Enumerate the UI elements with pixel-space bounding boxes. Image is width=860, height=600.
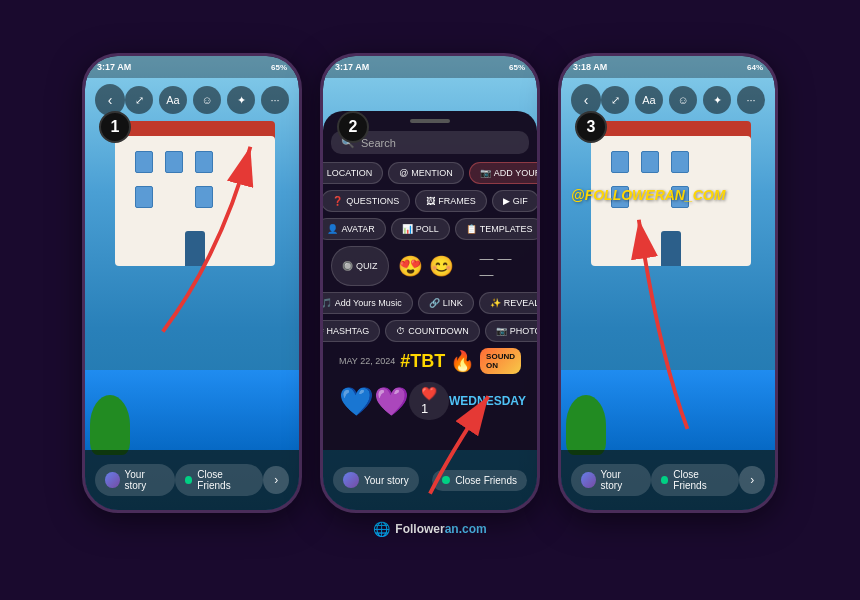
search-placeholder: Search: [361, 137, 396, 149]
mention-sticker[interactable]: @MENTION: [388, 162, 464, 184]
avatar-2: [343, 472, 359, 488]
tbt-sticker[interactable]: #TBT: [400, 351, 445, 372]
building: [95, 116, 289, 316]
text-button[interactable]: Aa: [159, 86, 187, 114]
emoji-row: 😍 😊 — — —: [394, 246, 530, 286]
sticker-grid: 📍LOCATION @MENTION 📷ADD YOURS ❓QUESTIONS…: [331, 162, 529, 342]
step-badge-1: 1: [99, 111, 131, 143]
heart-pink: 💜: [374, 385, 409, 418]
date-row: MAY 22, 2024 #TBT 🔥 SOUNDON: [331, 344, 529, 378]
tray-handle: [410, 119, 450, 123]
templates-sticker[interactable]: 📋TEMPLATES: [455, 218, 537, 240]
more-button-3[interactable]: ···: [737, 86, 765, 114]
status-time-3: 3:18 AM: [573, 62, 607, 72]
avatar-sticker[interactable]: 👤AVATAR: [323, 218, 386, 240]
more-button[interactable]: ···: [261, 86, 289, 114]
phone-bottom-3: Your story Close Friends ›: [561, 450, 775, 510]
status-bar-2: 3:17 AM 65%: [323, 56, 537, 78]
phone-bottom-1: Your story Close Friends ›: [85, 450, 299, 510]
sticker-row-6: #HASHTAG ⏱COUNTDOWN 📷PHOTO: [331, 320, 529, 342]
status-battery-2: 65%: [509, 63, 525, 72]
add-yours-sticker[interactable]: 📷ADD YOURS: [469, 162, 537, 184]
window: [135, 151, 153, 173]
status-battery: 65%: [271, 63, 287, 72]
your-story-button-3[interactable]: Your story: [571, 464, 651, 496]
countdown-sticker[interactable]: ⏱COUNTDOWN: [385, 320, 480, 342]
step-badge-2: 2: [337, 111, 369, 143]
status-bar-3: 3:18 AM 64%: [561, 56, 775, 78]
hot-sticker: 🔥: [450, 349, 475, 373]
sticker-button-3[interactable]: ✦: [703, 86, 731, 114]
status-time-2: 3:17 AM: [335, 62, 369, 72]
sticker-row-1: 📍LOCATION @MENTION 📷ADD YOURS: [331, 162, 529, 184]
phone-bottom-2: Your story Close Friends: [323, 450, 537, 510]
status-time: 3:17 AM: [97, 62, 131, 72]
emoji-button-3[interactable]: ☺: [669, 86, 697, 114]
status-bar: 3:17 AM 65%: [85, 56, 299, 78]
expand-button[interactable]: ⤢: [125, 86, 153, 114]
photo-sticker[interactable]: 📷PHOTO: [485, 320, 537, 342]
emoji-1: 😍: [398, 254, 423, 278]
wednesday-label: WEDNESDAY: [449, 394, 526, 408]
close-friends-button-2[interactable]: Close Friends: [432, 470, 527, 491]
username-text: @FOLLOWERAN_COM: [571, 187, 725, 203]
emoji-2: 😊: [429, 254, 454, 278]
green-dot-2: [442, 476, 450, 484]
gif-sticker[interactable]: ▶GIF: [492, 190, 537, 212]
globe-icon: 🌐: [373, 521, 390, 537]
your-story-button-2[interactable]: Your story: [333, 467, 419, 493]
text-button-3[interactable]: Aa: [635, 86, 663, 114]
greenery: [90, 395, 130, 455]
door: [185, 231, 205, 266]
avatar-3: [581, 472, 596, 488]
next-button[interactable]: ›: [263, 466, 289, 494]
building-3: [571, 116, 765, 316]
step-badge-3: 3: [575, 111, 607, 143]
questions-sticker[interactable]: ❓QUESTIONS: [323, 190, 410, 212]
sound-sticker[interactable]: SOUNDON: [480, 348, 521, 374]
next-button-3[interactable]: ›: [739, 466, 765, 494]
heart-blue: 💙: [339, 385, 374, 418]
window-3a: [611, 151, 629, 173]
window: [165, 151, 183, 173]
link-sticker[interactable]: 🔗LINK: [418, 292, 474, 314]
sticker-row-2: ❓QUESTIONS 🖼FRAMES ▶GIF: [331, 190, 529, 212]
phone-2: 3:17 AM 65% 🔍 Search 📍LOCATION @MENTI: [320, 53, 540, 513]
footer: 🌐 Followeran.com: [373, 521, 486, 537]
username-overlay: @FOLLOWERAN_COM: [571, 186, 765, 204]
expand-button-3[interactable]: ⤢: [601, 86, 629, 114]
close-friends-button-3[interactable]: Close Friends: [651, 464, 739, 496]
green-dot: [185, 476, 192, 484]
greenery-3: [566, 395, 606, 455]
status-battery-3: 64%: [747, 63, 763, 72]
reveal-sticker[interactable]: ✨REVEAL: [479, 292, 537, 314]
add-yours-music-sticker[interactable]: 🎵Add Yours Music: [323, 292, 413, 314]
window: [195, 186, 213, 208]
hashtag-sticker[interactable]: #HASHTAG: [323, 320, 380, 342]
close-friends-button[interactable]: Close Friends: [175, 464, 263, 496]
emoji-button[interactable]: ☺: [193, 86, 221, 114]
date-label: MAY 22, 2024: [339, 356, 395, 366]
like-button[interactable]: ❤️ 1: [409, 382, 449, 420]
green-dot-3: [661, 476, 668, 484]
sticker-button[interactable]: ✦: [227, 86, 255, 114]
phones-container: 3:17 AM 65% ‹ ⤢ Aa ☺ ✦ ···: [82, 53, 778, 513]
building-body: [115, 136, 275, 266]
phone-3: 3:18 AM 64% ‹ ⤢ Aa ☺ ✦ ··· @FOLLOWERAN_C…: [558, 53, 778, 513]
sticker-tray: 🔍 Search 📍LOCATION @MENTION 📷ADD YOURS ❓…: [323, 111, 537, 450]
footer-text: Followeran.com: [395, 522, 486, 536]
sticker-row-3: 👤AVATAR 📊POLL 📋TEMPLATES: [331, 218, 529, 240]
bottom-emoji-row: 💙 💜 ❤️ 1 WEDNESDAY: [331, 378, 529, 424]
phone-1: 3:17 AM 65% ‹ ⤢ Aa ☺ ✦ ···: [82, 53, 302, 513]
sticker-row-5: 🎵Add Yours Music 🔗LINK ✨REVEAL: [331, 292, 529, 314]
avatar: [105, 472, 120, 488]
frames-sticker[interactable]: 🖼FRAMES: [415, 190, 487, 212]
window-3b: [641, 151, 659, 173]
window-3c: [671, 151, 689, 173]
quiz-sticker[interactable]: 🔘QUIZ: [331, 246, 389, 286]
location-sticker[interactable]: 📍LOCATION: [323, 162, 383, 184]
sticker-row-4: 🔘QUIZ 😍 😊 — — —: [331, 246, 529, 286]
your-story-button[interactable]: Your story: [95, 464, 175, 496]
window: [195, 151, 213, 173]
poll-sticker[interactable]: 📊POLL: [391, 218, 450, 240]
